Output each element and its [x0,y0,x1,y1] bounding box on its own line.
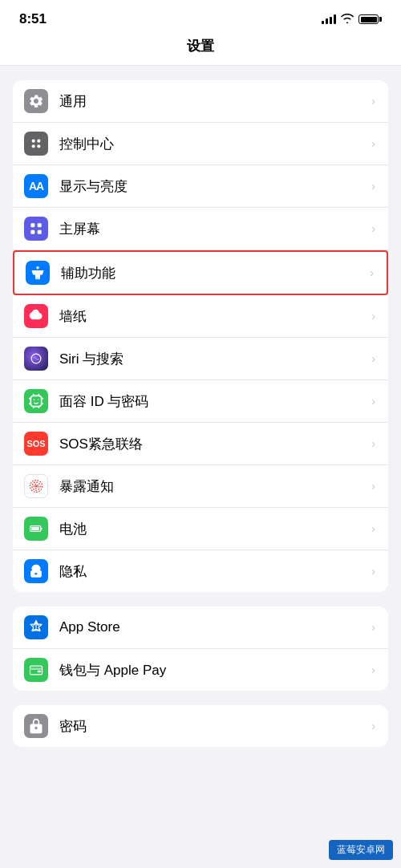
homescreen-icon [24,217,48,241]
homescreen-label: 主屏幕 [59,220,368,238]
settings-item-control-center[interactable]: 控制中心 › [13,123,388,165]
svg-point-30 [35,573,38,575]
settings-item-siri[interactable]: Siri 与搜索 › [13,338,388,380]
svg-rect-7 [30,230,34,234]
faceid-label: 面容 ID 与密码 [59,392,368,411]
control-center-chevron: › [371,137,375,150]
settings-item-battery[interactable]: 电池 › [13,508,388,550]
control-center-label: 控制中心 [59,135,368,153]
battery-label: 电池 [59,520,368,538]
signal-icon [322,14,336,24]
settings-item-wallet[interactable]: 钱包与 Apple Pay › [13,649,388,691]
password-settings-section: 密码 › [13,705,388,747]
svg-point-2 [32,144,35,148]
faceid-chevron: › [371,395,375,408]
siri-icon [24,347,48,371]
wallpaper-label: 墙纸 [59,307,368,326]
main-settings-section: 通用 › 控制中心 › AA 显示与亮度 › [13,80,388,592]
wallet-chevron: › [371,663,375,676]
settings-item-password[interactable]: 密码 › [13,705,388,747]
privacy-chevron: › [371,565,375,578]
status-icons [322,13,382,26]
wallet-icon [24,658,48,682]
sos-label: SOS紧急联络 [59,435,368,453]
wallpaper-icon [24,304,48,328]
privacy-label: 隐私 [59,562,368,581]
settings-item-general[interactable]: 通用 › [13,80,388,123]
svg-point-20 [34,400,35,401]
svg-rect-8 [38,230,42,234]
accessibility-label: 辅助功能 [61,264,367,282]
settings-item-wallpaper[interactable]: 墙纸 › [13,295,388,338]
status-bar: 8:51 [0,0,401,34]
control-center-icon [24,132,48,156]
svg-point-21 [38,400,39,401]
siri-chevron: › [371,352,375,365]
general-chevron: › [371,95,375,107]
battery-settings-icon [24,517,48,541]
svg-rect-33 [30,668,43,671]
nav-title: 设置 [0,34,401,66]
svg-rect-34 [38,671,41,673]
settings-item-faceid[interactable]: 面容 ID 与密码 › [13,380,388,423]
svg-rect-28 [41,528,43,530]
svg-point-3 [37,144,40,148]
status-time: 8:51 [19,11,47,27]
svg-rect-5 [30,223,34,227]
watermark: 蓝莓安卓网 [329,840,393,860]
svg-point-9 [36,266,38,269]
general-icon [24,89,48,113]
svg-point-25 [35,485,38,488]
wallpaper-chevron: › [371,310,375,322]
privacy-icon [24,559,48,583]
password-label: 密码 [59,717,368,736]
appstore-chevron: › [371,621,375,634]
settings-item-sos[interactable]: SOS SOS紧急联络 › [13,423,388,465]
display-chevron: › [371,180,375,193]
appstore-icon [24,615,48,639]
settings-item-privacy[interactable]: 隐私 › [13,550,388,592]
display-label: 显示与亮度 [59,177,368,196]
svg-point-0 [32,140,35,143]
accessibility-chevron: › [370,266,374,279]
password-icon [24,714,48,738]
wifi-icon [341,13,354,26]
settings-item-appstore[interactable]: App Store › [13,606,388,649]
settings-item-display[interactable]: AA 显示与亮度 › [13,165,388,208]
siri-label: Siri 与搜索 [59,350,368,368]
svg-rect-11 [30,395,41,406]
settings-item-exposure[interactable]: 暴露通知 › [13,465,388,508]
faceid-icon [24,389,48,413]
settings-item-homescreen[interactable]: 主屏幕 › [13,208,388,250]
display-icon: AA [24,174,48,198]
exposure-chevron: › [371,480,375,493]
svg-rect-32 [30,666,43,675]
appstore-label: App Store [59,619,368,635]
settings-item-accessibility[interactable]: 辅助功能 › [13,250,388,295]
svg-rect-6 [38,223,42,227]
accessibility-icon [26,261,50,285]
battery-icon [358,14,382,24]
exposure-icon [24,474,48,498]
sos-icon: SOS [24,432,48,456]
svg-point-1 [37,140,40,143]
wallet-label: 钱包与 Apple Pay [59,661,368,679]
sos-chevron: › [371,437,375,450]
exposure-label: 暴露通知 [59,477,368,496]
password-chevron: › [371,720,375,732]
general-label: 通用 [59,92,368,111]
svg-rect-27 [31,527,39,530]
homescreen-chevron: › [371,222,375,235]
battery-chevron: › [371,522,375,535]
apps-settings-section: App Store › 钱包与 Apple Pay › [13,606,388,691]
